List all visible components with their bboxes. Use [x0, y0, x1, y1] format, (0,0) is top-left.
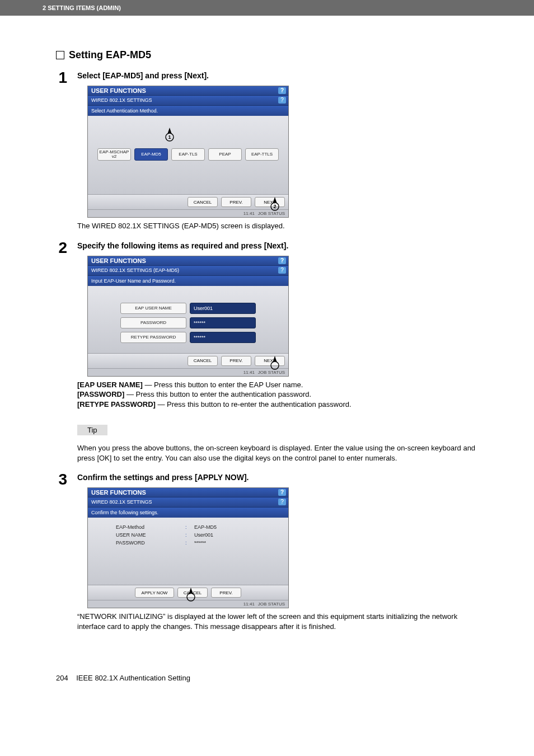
cancel-button[interactable]: CANCEL	[188, 197, 218, 207]
eap-user-name-button[interactable]: EAP USER NAME	[120, 303, 186, 314]
method-eap-md5[interactable]: EAP-MD5	[134, 148, 168, 161]
step-3: 3 Confirm the settings and press [APPLY …	[56, 472, 478, 637]
confirm-password: PASSWORD : ******	[92, 540, 284, 546]
confirm-eap-method: EAP-Method : EAP-MD5	[92, 524, 284, 530]
help-icon[interactable]: ?	[278, 499, 286, 505]
pointer-1-icon: 1	[162, 126, 177, 142]
svg-point-4	[271, 361, 279, 369]
svg-point-5	[187, 593, 195, 601]
method-peap[interactable]: PEAP	[208, 148, 242, 161]
job-status[interactable]: JOB STATUS	[258, 211, 285, 216]
method-eap-mschap-v2[interactable]: EAP-MSCHAP v2	[97, 148, 131, 161]
password-value: ******	[190, 317, 256, 328]
step1-after-text: The WIRED 802.1X SETTINGS (EAP-MD5) scre…	[77, 221, 478, 231]
pointer-icon	[267, 355, 283, 370]
step2-instruction: Specify the following items as required …	[77, 241, 478, 250]
step1-screenshot: USER FUNCTIONS ? WIRED 802.1X SETTINGS ?…	[87, 86, 289, 218]
breadcrumb: 2 SETTING ITEMS (ADMIN)	[43, 4, 121, 11]
prev-button[interactable]: PREV.	[221, 197, 251, 207]
retype-password-value: ******	[190, 332, 256, 343]
checkbox-icon	[56, 51, 64, 59]
step2-screenshot: USER FUNCTIONS ? WIRED 802.1X SETTINGS (…	[87, 256, 289, 377]
screenshot-subtitle: WIRED 802.1X SETTINGS ?	[88, 497, 288, 508]
screenshot-titlebar: USER FUNCTIONS ?	[88, 86, 288, 96]
step-number-2: 2	[56, 240, 67, 256]
screenshot-time: 11:41	[243, 370, 255, 375]
page-content: Setting EAP-MD5 1 Select [EAP-MD5] and p…	[0, 49, 534, 674]
pointer-icon	[183, 586, 199, 602]
retype-password-button[interactable]: RETYPE PASSWORD	[120, 332, 186, 343]
screenshot-subtitle: WIRED 802.1X SETTINGS ?	[88, 96, 288, 106]
screenshot-titlebar: USER FUNCTIONS ?	[88, 488, 288, 497]
step3-instruction: Confirm the settings and press [APPLY NO…	[77, 473, 478, 482]
eap-user-name-value: User001	[190, 303, 256, 314]
password-button[interactable]: PASSWORD	[120, 317, 186, 328]
screenshot-prompt: Select Authentication Method.	[88, 106, 288, 116]
screenshot-titlebar: USER FUNCTIONS ?	[88, 256, 288, 266]
page-header: 2 SETTING ITEMS (ADMIN)	[0, 0, 534, 16]
method-eap-tls[interactable]: EAP-TLS	[171, 148, 205, 161]
cancel-button[interactable]: CANCEL	[188, 356, 218, 366]
tip-label: Tip	[77, 425, 107, 435]
apply-now-button[interactable]: APPLY NOW	[135, 588, 174, 598]
section-title: Setting EAP-MD5	[56, 49, 478, 61]
page-footer: 204 IEEE 802.1X Authentication Setting	[0, 674, 534, 705]
job-status[interactable]: JOB STATUS	[258, 370, 285, 375]
pointer-2-icon: 2	[267, 196, 283, 212]
step3-screenshot: USER FUNCTIONS ? WIRED 802.1X SETTINGS ?…	[87, 487, 289, 608]
footer-title: IEEE 802.1X Authentication Setting	[76, 674, 190, 682]
prev-button[interactable]: PREV.	[211, 588, 241, 598]
job-status[interactable]: JOB STATUS	[258, 602, 285, 607]
help-icon[interactable]: ?	[278, 267, 286, 274]
method-eap-ttls[interactable]: EAP-TTLS	[245, 148, 279, 161]
screenshot-time: 11:41	[243, 211, 255, 216]
step2-descriptions: [EAP USER NAME] — Press this button to e…	[77, 380, 478, 410]
step-2: 2 Specify the following items as require…	[56, 240, 478, 469]
screenshot-prompt: Confirm the following settings.	[88, 508, 288, 518]
svg-text:2: 2	[273, 204, 276, 209]
step1-instruction: Select [EAP-MD5] and press [Next].	[77, 71, 478, 80]
svg-text:1: 1	[168, 134, 171, 140]
screenshot-prompt: Input EAP-User Name and Password.	[88, 276, 288, 286]
help-icon[interactable]: ?	[278, 97, 286, 104]
page-number: 204	[56, 674, 68, 682]
screenshot-subtitle: WIRED 802.1X SETTINGS (EAP-MD5) ?	[88, 266, 288, 276]
step-number-1: 1	[56, 70, 67, 86]
screenshot-time: 11:41	[243, 602, 255, 607]
help-icon[interactable]: ?	[278, 257, 286, 264]
help-icon[interactable]: ?	[278, 87, 286, 94]
confirm-user-name: USER NAME : User001	[92, 532, 284, 538]
prev-button[interactable]: PREV.	[221, 356, 251, 366]
section-title-text: Setting EAP-MD5	[69, 49, 151, 61]
step-number-3: 3	[56, 472, 67, 487]
tip-text: When you press the above buttons, the on…	[77, 443, 478, 463]
step-1: 1 Select [EAP-MD5] and press [Next]. USE…	[56, 70, 478, 237]
step3-after-text: “NETWORK INITIALIZING” is displayed at t…	[77, 612, 478, 631]
help-icon[interactable]: ?	[278, 489, 286, 496]
